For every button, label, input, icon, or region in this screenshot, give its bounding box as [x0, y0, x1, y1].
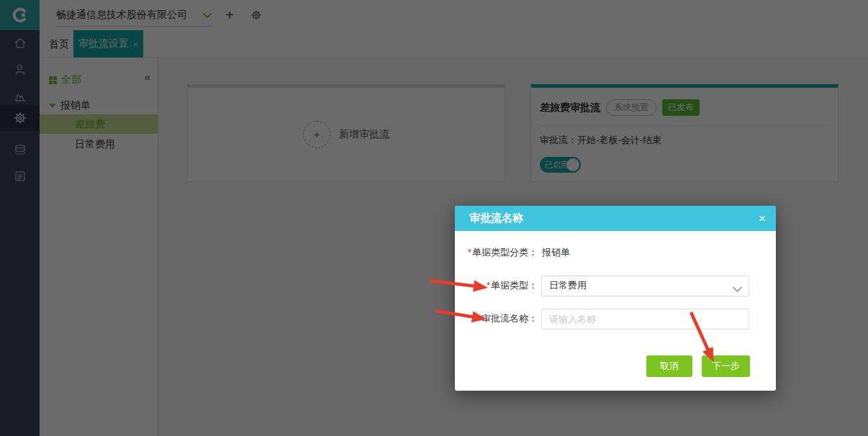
- next-step-button[interactable]: 下一步: [702, 355, 750, 377]
- modal-title: 审批流名称: [469, 212, 523, 225]
- app-root: 畅捷通信息技术股份有限公司 + 首页 审批流设置 ×: [0, 0, 868, 436]
- required-mark: *: [468, 247, 471, 258]
- doc-type-row: *单据类型： 日常费用: [455, 275, 761, 296]
- flow-name-row: *审批流名称：: [455, 308, 761, 330]
- doc-type-selected-value: 日常费用: [549, 279, 587, 292]
- flow-name-input[interactable]: [542, 309, 749, 329]
- flow-name-label: *审批流名称：: [455, 312, 538, 325]
- category-label: *单据类型分类：: [455, 246, 538, 259]
- modal-button-row: 取消 下一步: [646, 355, 750, 377]
- approval-flow-name-modal: 审批流名称 × *单据类型分类： 报销单 *单据类型： 日常费用 *审批流名称：…: [455, 206, 776, 391]
- modal-close-icon[interactable]: ×: [759, 206, 766, 231]
- category-value: 报销单: [542, 246, 570, 259]
- modal-header: 审批流名称 ×: [455, 206, 776, 231]
- required-mark: *: [487, 280, 490, 291]
- doc-type-label: *单据类型：: [455, 279, 538, 292]
- flow-name-field-wrap: [541, 309, 749, 330]
- cancel-button[interactable]: 取消: [646, 355, 692, 377]
- select-chevron-down-icon: [733, 283, 742, 296]
- category-row: *单据类型分类： 报销单: [455, 245, 761, 260]
- required-mark: *: [477, 313, 481, 324]
- doc-type-select[interactable]: 日常费用: [541, 276, 749, 296]
